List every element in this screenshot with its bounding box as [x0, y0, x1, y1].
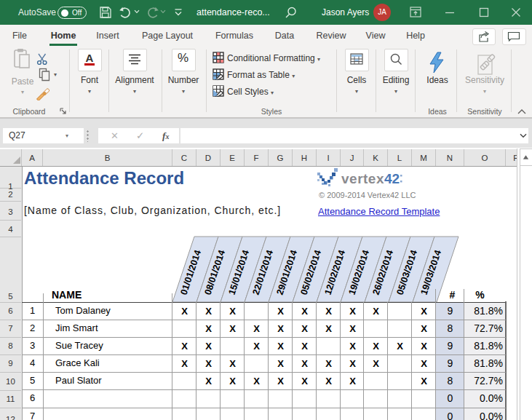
svg-text:A: A — [86, 52, 94, 64]
